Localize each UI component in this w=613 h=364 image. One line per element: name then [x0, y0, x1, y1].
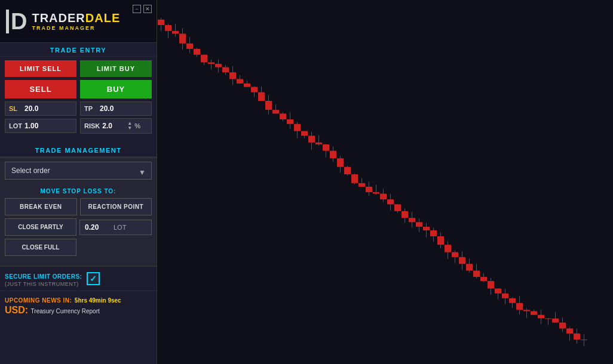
upcoming-label: UPCOMING NEWS IN:	[5, 297, 72, 304]
reaction-point-button[interactable]: REACTION POINT	[80, 198, 152, 215]
checkbox-check-icon: ✓	[90, 274, 97, 283]
news-timer-row: UPCOMING NEWS IN: 5hrs 49min 9sec	[5, 294, 152, 305]
risk-down-arrow[interactable]: ▼	[127, 126, 132, 131]
sell-button[interactable]: SELL	[5, 80, 76, 98]
news-area: UPCOMING NEWS IN: 5hrs 49min 9sec USD: T…	[0, 291, 157, 319]
trade-entry-header: TRADE ENTRY	[0, 43, 157, 57]
secure-checkbox[interactable]: ✓	[87, 272, 100, 285]
news-currency-label: USD:	[5, 305, 28, 315]
buy-button[interactable]: BUY	[80, 80, 152, 98]
trade-management-section: Select order ▼ MOVE STOP LOSS TO: BREAK …	[0, 157, 157, 266]
news-desc-row: USD: Treasury Currency Report	[5, 305, 152, 316]
pct-label: %	[134, 122, 140, 129]
sl-label: SL	[9, 105, 22, 112]
limit-buy-button[interactable]: LIMIT BUY	[80, 60, 152, 77]
close-lot-label: LOT	[114, 224, 126, 231]
logo-dale: DALE	[85, 11, 120, 24]
close-lot-group: LOT	[79, 220, 152, 235]
sl-input[interactable]	[24, 104, 60, 113]
lot-field: LOT	[5, 119, 76, 133]
logo-subtitle: TRADE MANAGER	[32, 25, 120, 31]
lot-risk-row: LOT RISK ▲ ▼ %	[5, 118, 152, 134]
news-currency-desc: Treasury Currency Report	[31, 308, 100, 314]
close-lot-input[interactable]	[85, 223, 109, 232]
lot-input[interactable]	[24, 122, 60, 130]
tp-input[interactable]	[100, 104, 136, 113]
close-partly-row: CLOSE PARTLY LOT	[5, 218, 152, 236]
sl-tp-row: SL TP	[5, 101, 152, 116]
left-panel: D TRADER DALE TRADE MANAGER − ✕ TRADE EN…	[0, 0, 157, 364]
close-full-button[interactable]: CLOSE FULL	[5, 239, 76, 256]
news-timer: 5hrs 49min 9sec	[75, 297, 121, 304]
select-order-wrapper: Select order ▼	[5, 162, 152, 183]
minimize-button[interactable]: −	[133, 5, 141, 13]
logo-t-bar	[6, 10, 9, 33]
logo-trader: TRADER	[32, 11, 85, 24]
window-controls: − ✕	[133, 5, 152, 13]
break-even-button[interactable]: BREAK EVEN	[5, 198, 77, 215]
risk-label: RISK	[84, 122, 100, 129]
secure-label: SECURE LIMIT ORDERS: (JUST THIS INSTRUME…	[5, 273, 82, 287]
risk-field: RISK ▲ ▼ %	[80, 118, 152, 134]
chart-area	[157, 0, 613, 364]
limit-buttons-row: LIMIT SELL LIMIT BUY	[5, 60, 152, 77]
secure-sublabel: (JUST THIS INSTRUMENT)	[5, 281, 82, 287]
secure-orders-section: SECURE LIMIT ORDERS: (JUST THIS INSTRUME…	[0, 266, 157, 291]
logo-icon-group: D	[6, 10, 27, 33]
lot-label: LOT	[9, 122, 22, 129]
stop-loss-buttons-row: BREAK EVEN REACTION POINT	[5, 198, 152, 215]
close-partly-button[interactable]: CLOSE PARTLY	[5, 218, 76, 236]
risk-input[interactable]	[102, 122, 126, 130]
trade-management-header: TRADE MANAGEMENT	[0, 143, 157, 157]
logo-d: D	[11, 10, 27, 33]
logo-area: D TRADER DALE TRADE MANAGER − ✕	[0, 0, 157, 43]
trade-entry-section: LIMIT SELL LIMIT BUY SELL BUY SL TP LOT …	[0, 57, 157, 141]
market-buttons-row: SELL BUY	[5, 80, 152, 98]
close-button[interactable]: ✕	[143, 5, 152, 13]
tp-label: TP	[84, 105, 97, 112]
logo-text: TRADER DALE TRADE MANAGER	[32, 11, 120, 31]
risk-spinner-group: ▲ ▼	[127, 121, 132, 131]
secure-label-group: SECURE LIMIT ORDERS: (JUST THIS INSTRUME…	[5, 270, 82, 287]
select-order-dropdown[interactable]: Select order	[5, 162, 152, 180]
tp-field: TP	[80, 101, 152, 116]
move-stop-label: MOVE STOP LOSS TO:	[5, 188, 152, 195]
limit-sell-button[interactable]: LIMIT SELL	[5, 60, 76, 77]
price-chart	[157, 0, 613, 364]
sl-field: SL	[5, 101, 76, 116]
